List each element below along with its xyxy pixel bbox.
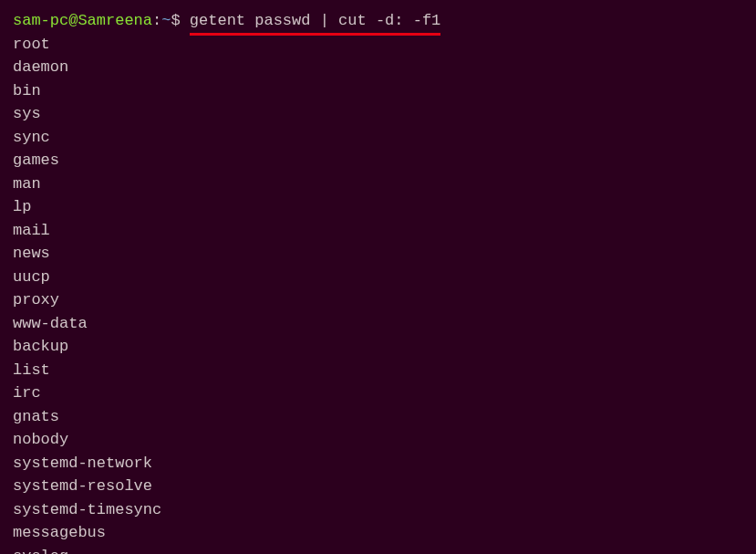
output-line: systemd-network (13, 452, 743, 476)
output-line: daemon (13, 56, 743, 79)
output-line: backup (13, 335, 743, 359)
user-host-label: sam-pc@Samreena (13, 12, 152, 29)
prompt-line: sam-pc@Samreena:~$ getent passwd | cut -… (13, 9, 440, 33)
output-line: list (13, 359, 743, 382)
output-line: sys (13, 102, 743, 126)
output-line: games (13, 149, 743, 172)
output-line: irc (13, 382, 743, 405)
underline-annotation (190, 33, 440, 36)
path-label: ~ (161, 12, 171, 29)
output-line: bin (13, 79, 743, 103)
output-line: nobody (13, 428, 743, 452)
output-line: syslog (13, 545, 743, 555)
output-line: www-data (13, 312, 743, 336)
output-line: systemd-resolve (13, 475, 743, 498)
output-line: mail (13, 219, 743, 243)
output-line: uucp (13, 266, 743, 289)
output-line: gnats (13, 405, 743, 429)
terminal-window[interactable]: sam-pc@Samreena:~$ getent passwd | cut -… (13, 9, 743, 554)
output-line: man (13, 172, 743, 196)
output-line: root (13, 33, 743, 57)
output-line: proxy (13, 288, 743, 312)
separator-colon: : (152, 12, 161, 29)
command-text: getent passwd | cut -d: -f1 (190, 12, 440, 29)
terminal-output: rootdaemonbinsyssyncgamesmanlpmailnewsuu… (13, 33, 743, 555)
output-line: news (13, 242, 743, 266)
output-line: sync (13, 126, 743, 150)
dollar-label: $ (171, 12, 189, 29)
output-line: systemd-timesync (13, 498, 743, 522)
output-line: messagebus (13, 521, 743, 545)
output-line: lp (13, 195, 743, 219)
command-wrap: getent passwd | cut -d: -f1 (190, 9, 440, 33)
